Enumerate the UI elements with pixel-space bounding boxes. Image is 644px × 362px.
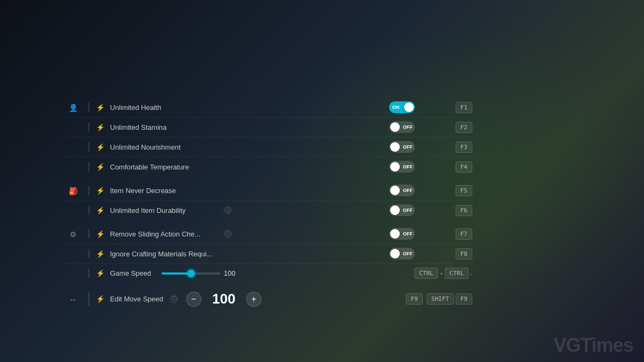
toggle-label-8: OFF <box>403 251 413 256</box>
toggle-unlimited-nourishment[interactable]: OFF <box>389 141 415 153</box>
lightning-icon-4: ⚡ <box>96 163 105 171</box>
mod-name-unlimited-nourishment: Unlimited Nourishment <box>110 143 217 151</box>
game-speed-value: 100 <box>224 269 239 277</box>
mod-row-unlimited-nourishment: ⚡ Unlimited Nourishment OFF F3 <box>64 137 472 157</box>
game-section-bar-2 <box>88 249 90 258</box>
player-section-icon: 👤 <box>64 102 82 112</box>
toggle-comfortable-temp[interactable]: OFF <box>389 161 415 173</box>
movement-section-icon: ↔ <box>64 294 82 305</box>
movement-section: ↔ ⚡ Edit Move Speed ⓘ − 100 + <box>64 287 472 311</box>
toggle-unlimited-health[interactable]: ON <box>389 101 415 113</box>
keybind-shift[interactable]: SHIFT <box>427 293 454 305</box>
keybind-f6[interactable]: F6 <box>456 205 472 216</box>
lightning-icon-5: ⚡ <box>96 187 105 195</box>
toggle-knob-4 <box>390 162 400 172</box>
lightning-icon-1: ⚡ <box>96 104 105 112</box>
player-section-bar <box>88 102 90 112</box>
keybind-f9[interactable]: F9 <box>406 293 422 305</box>
mod-row-unlimited-durability: ⚡ Unlimited Item Durability ⓘ OFF F6 <box>64 201 472 220</box>
player-section-header-row: 👤 ⚡ Unlimited Health ON F1 <box>64 98 472 117</box>
spacer-3 <box>64 166 82 167</box>
app-container: W 🔍 Search games Home My games Explore C… <box>0 0 644 362</box>
lightning-icon-6: ⚡ <box>96 206 105 215</box>
slider-track <box>162 272 221 275</box>
durability-section-bar <box>88 205 90 215</box>
stepper-decrement-btn[interactable]: − <box>186 292 201 307</box>
toggle-knob-5 <box>390 186 400 195</box>
toggle-label-1: ON <box>392 105 400 110</box>
game-section-bar-1 <box>88 229 90 239</box>
game-section-bar-3 <box>88 269 90 278</box>
toggle-knob-6 <box>390 205 400 215</box>
mod-name-comfortable-temp: Comfortable Temperature <box>110 163 217 171</box>
mod-row-remove-sliding: ⚙ ⚡ Remove Sliding Action Che... ⓘ OFF <box>64 224 472 244</box>
toggle-label-5: OFF <box>403 188 413 193</box>
move-speed-value: 100 <box>208 291 240 307</box>
keybind-sep-2: - <box>470 270 472 277</box>
game-speed-keybind-group: CTRL + CTRL - <box>414 268 472 279</box>
spacer-6 <box>64 273 82 274</box>
slider-thumb[interactable] <box>187 270 195 277</box>
mod-name-item-never-decrease: Item Never Decrease <box>110 187 217 195</box>
spacer-5 <box>64 253 82 254</box>
mod-name-remove-sliding: Remove Sliding Action Che... <box>110 230 217 238</box>
keybind-f5[interactable]: F5 <box>456 185 472 196</box>
keybind-ctrl-minus[interactable]: CTRL <box>445 268 469 279</box>
toggle-label-3: OFF <box>403 144 413 150</box>
stamina-section-bar <box>88 122 90 132</box>
keybind-f7[interactable]: F7 <box>456 228 472 240</box>
toggle-unlimited-durability[interactable]: OFF <box>389 204 415 216</box>
move-speed-stepper: − 100 + <box>186 291 261 307</box>
keybind-f4[interactable]: F4 <box>456 161 472 173</box>
toggle-knob-7 <box>390 229 400 239</box>
toggle-ignore-crafting[interactable]: OFF <box>389 248 415 260</box>
spacer-2 <box>64 146 82 147</box>
game-speed-slider[interactable] <box>162 272 221 275</box>
toggle-label-2: OFF <box>403 124 413 130</box>
game-section: ⚙ ⚡ Remove Sliding Action Che... ⓘ OFF <box>64 224 472 283</box>
info-icon-durability[interactable]: ⓘ <box>224 206 231 214</box>
lightning-icon-10: ⚡ <box>96 295 105 303</box>
toggle-label-6: OFF <box>403 208 413 213</box>
game-section-icon: ⚙ <box>64 229 82 239</box>
keybind-sep-1: + <box>440 270 443 277</box>
info-icon-move-speed[interactable]: ⓘ <box>170 295 178 303</box>
inventory-section-bar <box>88 186 90 195</box>
inventory-section: 🎒 ⚡ Item Never Decrease OFF F5 <box>64 181 472 220</box>
keybind-f3[interactable]: F3 <box>456 142 472 153</box>
toggle-knob-8 <box>390 249 400 258</box>
lightning-icon-9: ⚡ <box>96 269 105 277</box>
movement-section-bar <box>88 292 90 306</box>
lightning-icon-7: ⚡ <box>96 230 105 238</box>
spacer-4 <box>64 210 82 211</box>
mod-name-unlimited-health: Unlimited Health <box>110 104 217 112</box>
toggle-knob-1 <box>404 102 414 112</box>
mod-row-ignore-crafting: ⚡ Ignore Crafting Materials Requi... OFF… <box>64 244 472 264</box>
toggle-item-never-decrease[interactable]: OFF <box>389 184 415 196</box>
mod-name-game-speed: Game Speed <box>110 269 153 277</box>
toggle-remove-sliding[interactable]: OFF <box>389 228 415 240</box>
temp-section-bar <box>88 162 90 172</box>
keybind-f9-2[interactable]: F9 <box>456 293 472 305</box>
keybind-f2[interactable]: F2 <box>456 122 472 133</box>
toggle-label-7: OFF <box>403 231 413 237</box>
mod-row-item-never-decrease: 🎒 ⚡ Item Never Decrease OFF F5 <box>64 181 472 201</box>
stepper-increment-btn[interactable]: + <box>246 292 261 307</box>
player-section: 👤 ⚡ Unlimited Health ON F1 <box>64 98 472 176</box>
move-speed-keybind-group: F9 SHIFT F9 <box>406 293 472 305</box>
mod-name-edit-move-speed: Edit Move Speed <box>110 295 164 303</box>
keybind-ctrl-plus[interactable]: CTRL <box>414 268 438 279</box>
mod-row-comfortable-temp: ⚡ Comfortable Temperature OFF F4 <box>64 157 472 176</box>
mod-row-game-speed: ⚡ Game Speed 100 <box>64 264 472 283</box>
mod-name-ignore-crafting: Ignore Crafting Materials Requi... <box>110 250 217 258</box>
keybind-f8[interactable]: F8 <box>456 248 472 260</box>
inventory-section-icon: 🎒 <box>64 186 82 195</box>
toggle-knob-3 <box>390 142 400 152</box>
keybind-f1[interactable]: F1 <box>456 102 472 113</box>
info-icon-sliding[interactable]: ⓘ <box>224 230 231 238</box>
slider-fill <box>162 272 191 275</box>
mod-name-unlimited-durability: Unlimited Item Durability <box>110 206 217 215</box>
toggle-unlimited-stamina[interactable]: OFF <box>389 121 415 133</box>
toggle-knob-2 <box>390 122 400 132</box>
mod-name-unlimited-stamina: Unlimited Stamina <box>110 123 217 131</box>
